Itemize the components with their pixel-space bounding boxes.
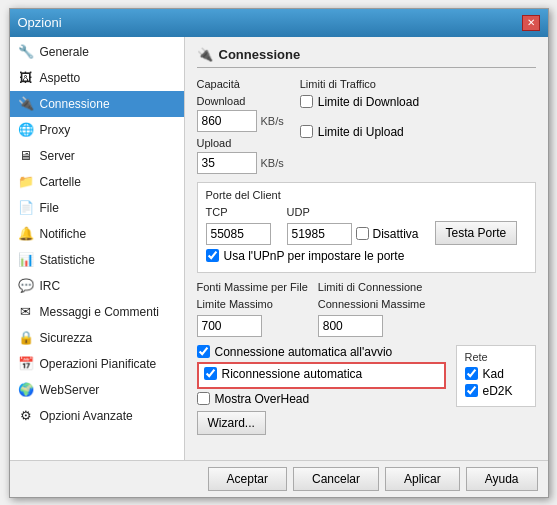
aspetto-icon: 🖼 bbox=[18, 70, 34, 86]
sidebar-label-generale: Generale bbox=[40, 45, 89, 59]
limite-massimo-input[interactable] bbox=[197, 315, 262, 337]
riconnessione-label: Riconnessione automatica bbox=[222, 367, 363, 381]
sidebar-item-operazioni[interactable]: 📅 Operazioni Pianificate bbox=[10, 351, 184, 377]
fonti-col: Fonti Massime per File Limite Massimo bbox=[197, 281, 308, 337]
traffico-col: Limiti di Traffico Limite di Download Li… bbox=[300, 78, 419, 174]
aceptar-button[interactable]: Aceptar bbox=[208, 467, 287, 491]
mostra-overhead-checkbox[interactable] bbox=[197, 392, 210, 405]
file-icon: 📄 bbox=[18, 200, 34, 216]
sidebar-item-sicurezza[interactable]: 🔒 Sicurezza bbox=[10, 325, 184, 351]
tcp-input[interactable] bbox=[206, 223, 271, 245]
fonti-limiti-section: Fonti Massime per File Limite Massimo Li… bbox=[197, 281, 536, 337]
sidebar-label-server: Server bbox=[40, 149, 75, 163]
connessioni-massime-label: Connessioni Massime bbox=[318, 298, 426, 310]
close-button[interactable]: ✕ bbox=[522, 15, 540, 31]
download-label: Download bbox=[197, 95, 284, 107]
limite-massimo-label: Limite Massimo bbox=[197, 298, 308, 310]
generale-icon: 🔧 bbox=[18, 44, 34, 60]
cancelar-button[interactable]: Cancelar bbox=[293, 467, 379, 491]
download-row: KB/s bbox=[197, 110, 284, 132]
sidebar-item-notifiche[interactable]: 🔔 Notifiche bbox=[10, 221, 184, 247]
ed2k-label: eD2K bbox=[483, 384, 513, 398]
sidebar: 🔧 Generale 🖼 Aspetto 🔌 Connessione 🌐 Pro… bbox=[10, 37, 185, 460]
sidebar-item-file[interactable]: 📄 File bbox=[10, 195, 184, 221]
connessione-icon: 🔌 bbox=[18, 96, 34, 112]
connessione-auto-checkbox[interactable] bbox=[197, 345, 210, 358]
download-unit: KB/s bbox=[261, 115, 284, 127]
udp-col: UDP Disattiva bbox=[287, 206, 419, 245]
limite-download-label: Limite di Download bbox=[318, 95, 419, 109]
sidebar-label-irc: IRC bbox=[40, 279, 61, 293]
sidebar-label-messaggi: Messaggi e Commenti bbox=[40, 305, 159, 319]
testa-btn-col: Testa Porte bbox=[435, 206, 518, 245]
sidebar-label-proxy: Proxy bbox=[40, 123, 71, 137]
connessioni-massime-input[interactable] bbox=[318, 315, 383, 337]
sidebar-label-file: File bbox=[40, 201, 59, 215]
kad-checkbox[interactable] bbox=[465, 367, 478, 380]
sidebar-label-notifiche: Notifiche bbox=[40, 227, 87, 241]
sidebar-item-proxy[interactable]: 🌐 Proxy bbox=[10, 117, 184, 143]
upload-label: Upload bbox=[197, 137, 284, 149]
sidebar-item-server[interactable]: 🖥 Server bbox=[10, 143, 184, 169]
upnp-row: Usa l'UPnP per impostare le porte bbox=[206, 249, 527, 263]
download-input[interactable] bbox=[197, 110, 257, 132]
riconnessione-checkbox[interactable] bbox=[204, 367, 217, 380]
riconnessione-row: Riconnessione automatica bbox=[204, 367, 439, 381]
rete-label: Rete bbox=[465, 351, 527, 363]
ed2k-checkbox[interactable] bbox=[465, 384, 478, 397]
aplicar-button[interactable]: Aplicar bbox=[385, 467, 460, 491]
sicurezza-icon: 🔒 bbox=[18, 330, 34, 346]
server-icon: 🖥 bbox=[18, 148, 34, 164]
sidebar-item-generale[interactable]: 🔧 Generale bbox=[10, 39, 184, 65]
sidebar-label-opzioni: Opzioni Avanzate bbox=[40, 409, 133, 423]
sidebar-item-statistiche[interactable]: 📊 Statistiche bbox=[10, 247, 184, 273]
title-bar: Opzioni ✕ bbox=[10, 9, 548, 37]
webserver-icon: 🌍 bbox=[18, 382, 34, 398]
limiti-connessione-label: Limiti di Connessione bbox=[318, 281, 426, 293]
sidebar-item-connessione[interactable]: 🔌 Connessione bbox=[10, 91, 184, 117]
sidebar-item-webserver[interactable]: 🌍 WebServer bbox=[10, 377, 184, 403]
wizard-button[interactable]: Wizard... bbox=[197, 411, 266, 435]
sidebar-label-webserver: WebServer bbox=[40, 383, 100, 397]
wizard-row: Wizard... bbox=[197, 411, 446, 435]
upnp-checkbox[interactable] bbox=[206, 249, 219, 262]
sidebar-item-aspetto[interactable]: 🖼 Aspetto bbox=[10, 65, 184, 91]
mostra-overhead-row: Mostra OverHead bbox=[197, 392, 446, 406]
upload-group: Upload KB/s bbox=[197, 137, 284, 174]
capacita-label: Capacità bbox=[197, 78, 284, 90]
auto-section: Connessione automatica all'avvio Riconne… bbox=[197, 345, 446, 435]
operazioni-icon: 📅 bbox=[18, 356, 34, 372]
main-window: Opzioni ✕ 🔧 Generale 🖼 Aspetto 🔌 Conness… bbox=[9, 8, 549, 498]
tcp-udp-row: TCP UDP Disattiva Testa Porte bbox=[206, 206, 527, 245]
testa-porte-button[interactable]: Testa Porte bbox=[435, 221, 518, 245]
limite-upload-checkbox[interactable] bbox=[300, 125, 313, 138]
panel-icon: 🔌 bbox=[197, 47, 213, 62]
sidebar-label-sicurezza: Sicurezza bbox=[40, 331, 93, 345]
capacita-col: Capacità Download KB/s Upload KB/s bbox=[197, 78, 284, 174]
connessioni-col: Limiti di Connessione Connessioni Massim… bbox=[318, 281, 426, 337]
porte-section: Porte del Client TCP UDP Disattiva bbox=[197, 182, 536, 273]
porte-label: Porte del Client bbox=[206, 189, 527, 201]
cartelle-icon: 📁 bbox=[18, 174, 34, 190]
sidebar-label-cartelle: Cartelle bbox=[40, 175, 81, 189]
limite-upload-row: Limite di Upload bbox=[300, 125, 419, 139]
notifiche-icon: 🔔 bbox=[18, 226, 34, 242]
disattiva-checkbox[interactable] bbox=[356, 227, 369, 240]
kad-row: Kad bbox=[465, 367, 527, 381]
panel-title: 🔌 Connessione bbox=[197, 47, 536, 68]
sidebar-item-irc[interactable]: 💬 IRC bbox=[10, 273, 184, 299]
sidebar-item-messaggi[interactable]: ✉ Messaggi e Commenti bbox=[10, 299, 184, 325]
riconnessione-box: Riconnessione automatica bbox=[197, 362, 446, 389]
udp-input[interactable] bbox=[287, 223, 352, 245]
udp-label: UDP bbox=[287, 206, 419, 218]
upload-input[interactable] bbox=[197, 152, 257, 174]
main-panel: 🔌 Connessione Capacità Download KB/s U bbox=[185, 37, 548, 460]
limite-download-checkbox[interactable] bbox=[300, 95, 313, 108]
ayuda-button[interactable]: Ayuda bbox=[466, 467, 538, 491]
panel-title-text: Connessione bbox=[219, 47, 301, 62]
sidebar-item-opzioni[interactable]: ⚙ Opzioni Avanzate bbox=[10, 403, 184, 429]
upnp-label: Usa l'UPnP per impostare le porte bbox=[224, 249, 405, 263]
sidebar-item-cartelle[interactable]: 📁 Cartelle bbox=[10, 169, 184, 195]
statistiche-icon: 📊 bbox=[18, 252, 34, 268]
opzioni-icon: ⚙ bbox=[18, 408, 34, 424]
